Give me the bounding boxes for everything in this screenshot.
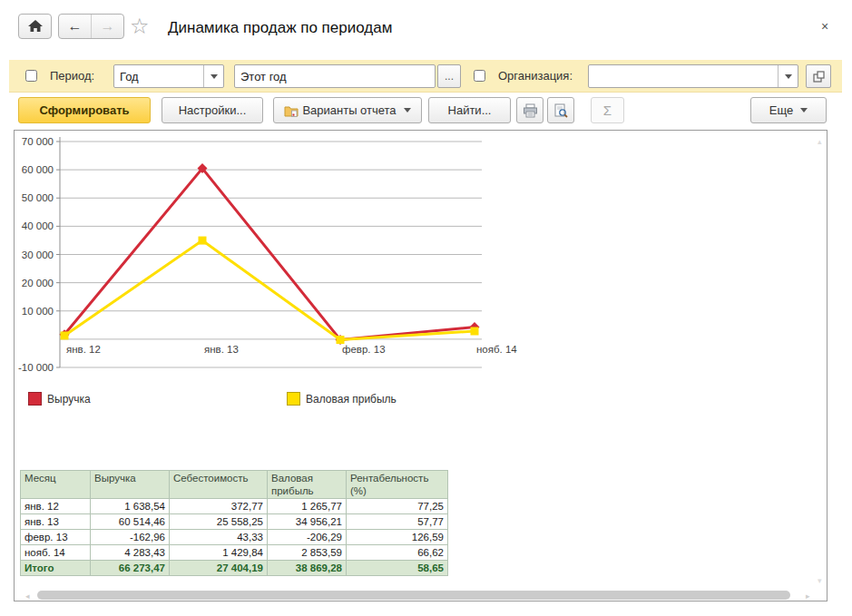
back-button[interactable]: ←	[59, 15, 91, 38]
org-open-button[interactable]	[806, 64, 831, 88]
hscroll-right-icon[interactable]: ▸	[806, 592, 810, 601]
legend-swatch-revenue	[28, 392, 42, 406]
svg-text:30 000: 30 000	[22, 249, 54, 260]
period-interval-value: Год	[114, 70, 203, 83]
period-interval-dropdown-button[interactable]	[203, 65, 223, 87]
forward-button[interactable]: →	[91, 15, 123, 38]
table-cell: 57,77	[347, 514, 448, 530]
org-input[interactable]	[589, 70, 778, 83]
table-cell: -162,96	[91, 530, 170, 545]
svg-text:50 000: 50 000	[22, 192, 54, 203]
period-value-input[interactable]	[235, 70, 435, 83]
sigma-icon: Σ	[603, 103, 612, 118]
filter-panel: Период: Год ... Организация:	[9, 60, 842, 93]
table-cell: 58,65	[347, 561, 448, 576]
svg-text:40 000: 40 000	[22, 220, 54, 231]
table-header-cell: Месяц	[21, 471, 91, 499]
table-cell: 2 853,59	[268, 545, 347, 561]
chevron-down-icon	[800, 108, 808, 112]
printer-icon	[523, 103, 538, 118]
vscroll-up-icon[interactable]: ▴	[818, 138, 822, 146]
vscroll-down-icon[interactable]: ▾	[818, 577, 822, 585]
svg-text:60 000: 60 000	[22, 164, 54, 175]
report-variant-icon	[284, 104, 299, 117]
legend-swatch-gross-profit	[287, 392, 300, 406]
table-cell: 126,59	[347, 530, 448, 545]
table-row: янв. 121 638,54372,771 265,7777,25	[21, 499, 448, 514]
table-header-cell: Себестоимость	[170, 471, 268, 499]
page-title: Динамика продаж по периодам	[168, 19, 392, 37]
table-row: февр. 13-162,9643,33-206,29126,59	[21, 530, 448, 545]
org-combobox[interactable]	[588, 64, 798, 88]
open-window-icon	[813, 71, 825, 83]
table-cell: янв. 12	[21, 499, 91, 514]
table-cell: 77,25	[347, 499, 448, 514]
legend-label-revenue: Выручка	[47, 393, 91, 406]
svg-text:янв. 13: янв. 13	[204, 344, 239, 355]
org-enable-checkbox[interactable]	[474, 70, 485, 82]
table-cell: 1 265,77	[268, 499, 347, 514]
table-header-cell: Выручка	[91, 471, 170, 499]
table-cell: 27 404,19	[170, 561, 268, 576]
chevron-down-icon	[785, 74, 792, 79]
report-table: МесяцВыручкаСебестоимостьВаловая прибыль…	[20, 470, 448, 576]
org-label: Организация:	[498, 69, 573, 83]
back-icon: ←	[68, 18, 83, 34]
find-button[interactable]: Найти...	[428, 97, 511, 123]
svg-text:10 000: 10 000	[22, 306, 54, 317]
table-cell: 1 429,84	[170, 545, 268, 561]
period-value-field	[234, 64, 436, 88]
table-header-row: МесяцВыручкаСебестоимостьВаловая прибыль…	[21, 471, 448, 499]
home-icon	[28, 20, 43, 33]
print-preview-icon	[553, 103, 568, 118]
table-cell: нояб. 14	[21, 545, 91, 561]
print-button[interactable]	[516, 97, 544, 123]
close-icon[interactable]: ×	[821, 19, 828, 34]
table-header-cell: Рентабельность (%)	[347, 471, 448, 499]
svg-text:нояб. 14: нояб. 14	[476, 344, 517, 355]
ellipsis-icon: ...	[445, 70, 454, 83]
forward-icon: →	[101, 18, 115, 34]
table-cell: 372,77	[170, 499, 268, 514]
report-window: { "window": { "title": "Динамика продаж …	[0, 0, 852, 616]
svg-text:-10 000: -10 000	[18, 362, 54, 373]
svg-text:70 000: 70 000	[22, 136, 54, 147]
report-content-area: -10 00010 00020 00030 00040 00050 00060 …	[14, 130, 828, 601]
report-variants-button[interactable]: Варианты отчета	[273, 97, 422, 123]
more-button[interactable]: Еще	[750, 97, 827, 123]
legend-label-gross-profit: Валовая прибыль	[306, 393, 397, 406]
period-interval-select[interactable]: Год	[113, 64, 224, 88]
print-preview-button[interactable]	[547, 97, 574, 123]
sum-button[interactable]: Σ	[591, 97, 624, 123]
chevron-down-icon	[211, 74, 218, 79]
table-cell: 34 956,21	[268, 514, 347, 530]
table-cell: Итого	[21, 561, 91, 576]
table-cell: -206,29	[268, 530, 347, 545]
table-cell: 1 638,54	[91, 499, 170, 514]
table-total-row: Итого66 273,4727 404,1938 869,2858,65	[21, 561, 448, 576]
table-cell: 38 869,28	[268, 561, 347, 576]
period-enable-checkbox[interactable]	[25, 70, 37, 82]
table-cell: 66,62	[347, 545, 448, 561]
table-cell: 66 273,47	[91, 561, 170, 576]
hscroll-left-icon[interactable]: ◂	[25, 592, 30, 601]
period-picker-button[interactable]: ...	[437, 64, 461, 88]
org-dropdown-button[interactable]	[778, 65, 798, 87]
table-cell: 25 558,25	[170, 514, 268, 530]
table-row: янв. 1360 514,4625 558,2534 956,2157,77	[21, 514, 448, 530]
svg-text:февр. 13: февр. 13	[342, 344, 386, 355]
sales-line-chart: -10 00010 00020 00030 00040 00050 00060 …	[15, 131, 559, 385]
favorite-star-icon[interactable]: ☆	[130, 15, 150, 37]
generate-button[interactable]: Сформировать	[18, 97, 151, 123]
legend-item-gross-profit: Валовая прибыль	[287, 392, 397, 406]
chevron-down-icon	[404, 108, 411, 112]
horizontal-scrollbar-thumb[interactable]	[37, 591, 790, 600]
home-button[interactable]	[18, 14, 52, 39]
history-nav: ← →	[58, 14, 124, 39]
table-cell: янв. 13	[21, 514, 91, 530]
table-cell: 43,33	[170, 530, 268, 545]
settings-button[interactable]: Настройки...	[162, 97, 263, 123]
period-label: Период:	[50, 69, 94, 83]
legend-item-revenue: Выручка	[28, 392, 91, 406]
svg-text:20 000: 20 000	[22, 278, 54, 288]
